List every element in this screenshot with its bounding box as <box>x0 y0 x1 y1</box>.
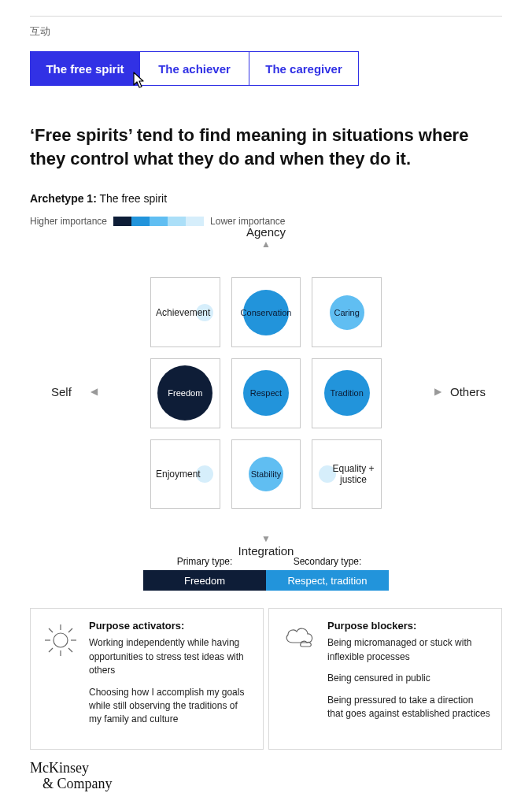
activator-item: Working independently while having oppor… <box>89 636 252 677</box>
importance-dot: Respect <box>243 370 289 416</box>
blocker-item: Being censured in public <box>327 672 490 685</box>
cell-enjoyment: Enjoyment <box>150 439 220 510</box>
purpose-activators-box: Purpose activators: Working independentl… <box>30 608 264 749</box>
archetype-subhead: Archetype 1: The free spirit <box>30 192 502 205</box>
axis-top-label: Agency <box>246 225 286 239</box>
cell-tradition: Tradition <box>312 358 382 428</box>
cell-label: Enjoyment <box>156 469 201 480</box>
importance-dot: Stability <box>249 457 283 491</box>
grid-3x3: AchievementConservationCaringFreedomResp… <box>150 277 382 509</box>
cell-label: Equality + justice <box>331 463 376 485</box>
legend-swatch <box>186 217 204 226</box>
blocker-item: Being pressured to take a direction that… <box>327 694 490 721</box>
primary-type-heading: Primary type: <box>143 556 266 567</box>
cloud-icon <box>282 623 316 648</box>
archetype-tabs: The free spiritThe achieverThe caregiver <box>30 51 502 86</box>
svg-point-0 <box>54 633 68 647</box>
importance-dot: Freedom <box>157 365 212 421</box>
legend-swatch <box>113 217 131 226</box>
cell-stability: Stability <box>231 439 301 510</box>
legend-left-label: Higher importance <box>30 216 107 227</box>
sun-icon <box>43 623 78 658</box>
svg-line-5 <box>49 628 53 632</box>
headline: ‘Free spirits’ tend to find meaning in s… <box>30 124 502 170</box>
blockers-title: Purpose blockers: <box>327 620 490 632</box>
axis-left-label: Self <box>51 385 72 398</box>
legend-swatch <box>131 217 150 226</box>
arrow-right-icon: ▶ <box>434 387 441 396</box>
importance-dot: Tradition <box>324 370 370 416</box>
tab-the-free-spirit[interactable]: The free spirit <box>30 51 140 86</box>
archetype-prefix: Archetype 1: <box>30 192 97 205</box>
cell-equality-justice: Equality + justice <box>312 439 382 510</box>
secondary-type-value: Respect, tradition <box>266 570 389 591</box>
tab-the-achiever[interactable]: The achiever <box>139 51 249 86</box>
axis-bottom-label: Integration <box>238 544 294 558</box>
arrow-up-icon: ▲ <box>261 239 271 249</box>
cell-caring: Caring <box>312 277 382 347</box>
divider <box>30 16 502 17</box>
activator-item: Choosing how I accomplish my goals while… <box>89 686 252 727</box>
mckinsey-logo: McKinsey & Company <box>30 761 502 792</box>
meaning-grid-diagram: Agency Integration Self Others ▲ ▼ ◀ ▶ A… <box>97 246 435 537</box>
importance-dot: Conservation <box>243 290 289 335</box>
brand-line-1: McKinsey <box>30 761 502 776</box>
blocker-item: Being micromanaged or stuck with inflexi… <box>327 636 490 664</box>
tab-the-caregiver[interactable]: The caregiver <box>249 51 359 86</box>
cell-freedom: Freedom <box>150 358 220 428</box>
cell-conservation: Conservation <box>231 277 301 347</box>
legend-swatch <box>168 217 186 226</box>
cell-achievement: Achievement <box>150 277 220 347</box>
brand-line-2: & Company <box>42 776 502 792</box>
arrow-down-icon: ▼ <box>261 534 271 543</box>
purpose-blockers-box: Purpose blockers: Being micromanaged or … <box>268 608 502 749</box>
archetype-name: The free spirit <box>99 192 167 205</box>
secondary-type-heading: Secondary type: <box>266 556 389 567</box>
cell-label: Achievement <box>156 307 210 318</box>
activators-title: Purpose activators: <box>89 620 252 632</box>
axis-right-label: Others <box>450 385 486 398</box>
legend-swatches <box>113 217 204 226</box>
primary-type-value: Freedom <box>143 570 266 591</box>
svg-line-7 <box>49 648 53 652</box>
kicker-label: 互动 <box>30 24 502 39</box>
legend-swatch <box>150 217 168 226</box>
svg-line-6 <box>68 648 72 652</box>
arrow-left-icon: ◀ <box>91 387 98 396</box>
importance-dot: Caring <box>330 295 364 330</box>
cell-respect: Respect <box>231 358 301 428</box>
svg-line-8 <box>68 628 72 632</box>
